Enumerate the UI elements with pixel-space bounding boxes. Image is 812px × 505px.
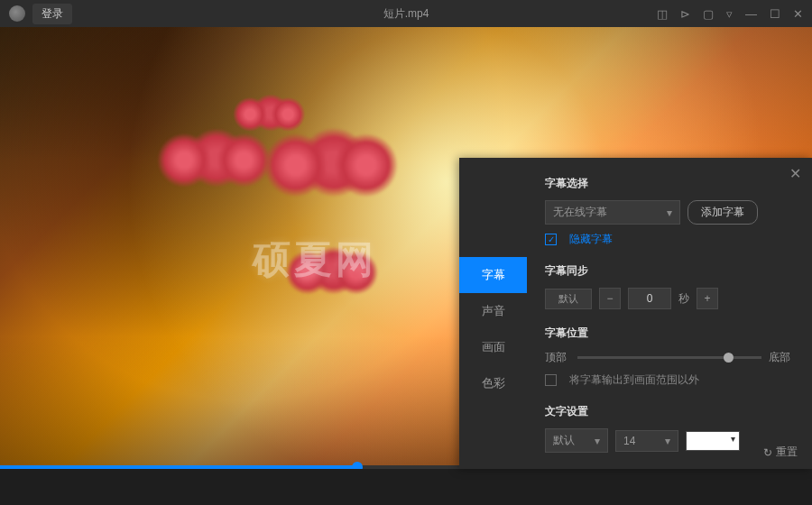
login-button[interactable]: 登录 [32,4,72,24]
sync-default-button[interactable]: 默认 [545,289,592,309]
section-title: 字幕同步 [545,263,794,279]
section-subtitle-position: 字幕位置 顶部 底部 将字幕输出到画面范围以外 [545,326,794,388]
video-content [187,128,246,188]
settings-tabs: 字幕 声音 画面 色彩 [459,158,527,469]
title-bar: 登录 短片.mp4 ◫ ⊳ ▢ ▿ — ☐ ✕ [0,0,812,27]
font-size-select[interactable]: 14 [615,430,678,452]
panel-content: ✕ 字幕选择 无在线字幕 添加字幕 隐藏字幕 字幕同步 默认 − 秒 + 字 [527,158,812,469]
hide-subtitle-checkbox[interactable] [545,234,557,245]
watermark-text: 硕夏网 [253,234,377,285]
hide-subtitle-label[interactable]: 隐藏字幕 [569,232,613,247]
tab-picture[interactable]: 画面 [459,329,527,365]
settings-panel: 字幕 声音 画面 色彩 ✕ 字幕选择 无在线字幕 添加字幕 隐藏字幕 字幕同步 … [459,158,812,469]
position-bottom-label: 底部 [769,350,794,365]
progress-fill [0,465,357,469]
pin-icon[interactable]: ⊳ [680,7,690,21]
tab-subtitle[interactable]: 字幕 [459,257,527,293]
output-outside-label[interactable]: 将字幕输出到画面范围以外 [569,372,699,388]
section-text-settings: 文字设置 默认 14 [545,404,794,453]
font-color-picker[interactable] [686,431,740,451]
sync-unit-label: 秒 [678,291,689,307]
sync-increase-button[interactable]: + [697,288,718,309]
position-slider[interactable] [577,356,761,359]
position-top-label: 顶部 [545,350,570,365]
window-controls: ◫ ⊳ ▢ ▿ — ☐ ✕ [657,7,803,21]
tab-sound[interactable]: 声音 [459,293,527,329]
add-subtitle-button[interactable]: 添加字幕 [687,200,758,225]
sync-value-input[interactable] [628,288,671,309]
app-logo-icon [9,5,25,22]
section-title: 文字设置 [545,404,794,419]
section-subtitle-select: 字幕选择 无在线字幕 添加字幕 隐藏字幕 [545,176,794,247]
sync-decrease-button[interactable]: − [599,288,621,309]
maximize-icon[interactable]: ☐ [770,7,780,21]
file-title: 短片.mp4 [383,6,429,22]
slider-thumb[interactable] [724,353,734,363]
reset-icon: ↻ [763,446,772,459]
video-content [252,94,290,132]
output-outside-checkbox[interactable] [545,374,557,386]
thumbnail-icon[interactable]: ◫ [657,7,668,21]
section-title: 字幕选择 [545,176,794,191]
minimize-icon[interactable]: — [745,7,757,21]
section-title: 字幕位置 [545,326,794,341]
panel-close-icon[interactable]: ✕ [789,165,801,182]
folder-icon[interactable]: ▢ [703,7,714,21]
subtitle-source-select[interactable]: 无在线字幕 [545,200,680,225]
close-icon[interactable]: ✕ [793,7,803,21]
tab-color[interactable]: 色彩 [459,365,527,401]
font-select[interactable]: 默认 [545,428,608,453]
reset-button[interactable]: ↻ 重置 [763,445,798,460]
menu-icon[interactable]: ▿ [726,7,733,21]
section-subtitle-sync: 字幕同步 默认 − 秒 + [545,263,794,309]
video-content [299,127,369,197]
